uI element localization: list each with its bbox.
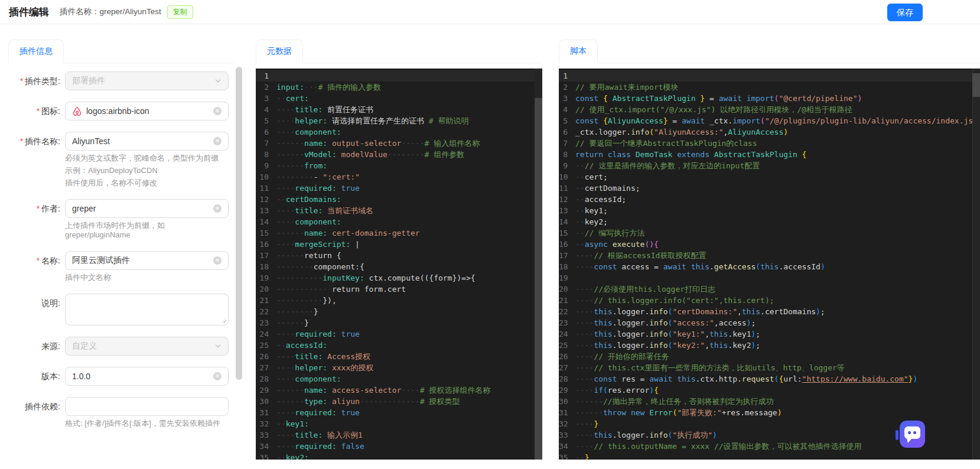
title-input-box: ✕ (65, 251, 229, 270)
line-number: 32 (256, 418, 269, 429)
editor-scrollbar-thumb[interactable] (972, 73, 980, 97)
code-line: 1 (256, 70, 542, 82)
line-number: 26 (559, 351, 568, 362)
icon-input-box: ✕ (65, 102, 229, 120)
script-code-editor[interactable]: 12// 要用await来import模块3const { AbstractTa… (559, 69, 980, 460)
code-line: 2input:···# 插件的输入参数 (256, 82, 542, 93)
icon-input[interactable] (86, 106, 210, 116)
line-number: 30 (256, 396, 269, 407)
meta-tabbar: 元数据 (256, 39, 542, 63)
line-number: 29 (256, 385, 269, 396)
code-line: 35··key2: (256, 452, 542, 460)
form-field-plugin-type: *插件类型:部署插件 (8, 71, 233, 90)
chat-bot-widget[interactable] (900, 421, 925, 448)
code-line: 3const { AbstractTaskPlugin } = await im… (559, 93, 980, 104)
line-number: 29 (559, 385, 568, 396)
line-number: 20 (559, 284, 568, 295)
line-number: 2 (559, 82, 568, 93)
line-number: 5 (559, 115, 568, 126)
code-line: 5····helper: 请选择前置任务产生的证书 # 帮助说明 (256, 115, 542, 126)
line-number: 32 (559, 418, 568, 429)
clear-icon[interactable]: ✕ (213, 256, 222, 265)
source-select[interactable]: 自定义 (65, 337, 229, 356)
line-number: 4 (559, 104, 568, 115)
line-number: 16 (256, 239, 269, 250)
editor-scrollbar-thumb[interactable] (535, 98, 542, 460)
chat-bubble-tail (907, 438, 912, 443)
code-line: 34····required: false (256, 441, 542, 452)
left-tabbar: 插件信息 (8, 39, 233, 63)
code-line: 8······vModel: modelValue········# 组件参数 (256, 149, 542, 160)
left-panel-scrollbar[interactable] (236, 67, 242, 380)
line-number: 15 (559, 227, 568, 239)
clear-icon[interactable]: ✕ (213, 107, 222, 115)
required-asterisk: * (20, 136, 23, 146)
author-input[interactable] (72, 204, 210, 213)
line-number: 1 (256, 70, 269, 82)
tab-plugin-info[interactable]: 插件信息 (8, 40, 64, 63)
code-line: 29······name: access-selector····# 授权选择组… (256, 385, 542, 396)
code-line: 15······name: cert-domains-getter (256, 227, 542, 239)
clear-icon[interactable]: ✕ (213, 137, 222, 145)
line-number: 12 (559, 194, 568, 205)
line-number: 9 (559, 160, 568, 171)
code-line: 17····// 根据accessId获取授权配置 (559, 250, 980, 261)
field-help-text: 插件使用后，名称不可修改 (65, 178, 229, 188)
code-line: 6····component: (256, 126, 542, 138)
version-input[interactable] (72, 372, 210, 381)
code-line: 14··key2; (559, 216, 980, 227)
code-line: 32··key1: (256, 418, 542, 429)
line-number: 17 (559, 250, 568, 261)
select-value: 自定义 (72, 341, 214, 351)
chevron-down-icon (214, 77, 222, 84)
save-button[interactable]: 保存 (887, 4, 923, 21)
line-number: 3 (559, 93, 568, 104)
code-line: 33····title: 输入示例1 (256, 429, 542, 441)
clear-icon[interactable]: ✕ (213, 372, 222, 380)
metadata-code-editor[interactable]: 12input:···# 插件的输入参数3··cert:4····title: … (256, 69, 542, 460)
code-line: 23······} (256, 317, 542, 328)
plugin-name-input-box: ✕ (65, 132, 229, 151)
line-number: 16 (559, 239, 568, 250)
field-label-plugin-type: *插件类型: (8, 71, 65, 90)
code-line: 12··certDomains: (256, 194, 542, 205)
field-label-description: 说明: (8, 294, 65, 325)
line-number: 13 (256, 205, 269, 216)
code-line: 18········component:{ (256, 261, 542, 272)
field-help-text: 上传插件市场时作为前缀，如 greper/pluginName (65, 221, 229, 240)
line-number: 11 (256, 183, 269, 194)
code-line: 23····this.logger.info("access:",access)… (559, 317, 980, 328)
line-number: 25 (256, 340, 269, 351)
metadata-panel: 元数据 12input:···# 插件的输入参数3··cert:4····tit… (256, 39, 542, 460)
code-line: 28····const res = await this.ctx.http.re… (559, 373, 980, 385)
copy-button[interactable]: 复制 (167, 5, 193, 19)
code-line: 26····title: Access授权 (256, 351, 542, 362)
field-help-text: 插件中文名称 (65, 273, 229, 282)
code-line: 9··// 这里是插件的输入参数，对应左边的input配置 (559, 160, 980, 171)
code-line: 4// 使用_ctx.import("/@/xxx.js") 以绝对路径引用模块… (559, 104, 980, 115)
clear-icon[interactable]: ✕ (213, 204, 222, 213)
tab-metadata[interactable]: 元数据 (256, 40, 303, 63)
code-line: 5const {AliyunAccess} = await _ctx.impor… (559, 115, 980, 126)
code-line: 16··async execute(){ (559, 239, 980, 250)
plugin-type-select[interactable]: 部署插件 (65, 71, 229, 90)
description-textarea[interactable] (65, 294, 229, 325)
dependencies-input[interactable] (72, 402, 222, 411)
plugin-edit-page: { "header": { "title": "插件编辑", "subtitle… (0, 0, 980, 469)
title-input[interactable] (72, 256, 210, 265)
code-line: 14····component: (256, 216, 542, 227)
line-number: 25 (559, 340, 568, 351)
line-number: 6 (256, 126, 269, 138)
code-line: 25··accessId: (256, 340, 542, 351)
field-label-plugin-name: *插件名称: (8, 132, 65, 188)
line-number: 23 (256, 317, 269, 328)
required-asterisk: * (37, 106, 40, 116)
tab-script[interactable]: 脚本 (559, 40, 598, 63)
code-line: 3··cert: (256, 93, 542, 104)
code-line: 11··certDomains; (559, 183, 980, 194)
plugin-name-input[interactable] (72, 136, 210, 146)
line-number: 7 (256, 138, 269, 149)
required-asterisk: * (20, 76, 23, 86)
field-label-version: 版本: (8, 367, 65, 386)
editor-scrollbar-track (972, 69, 980, 460)
